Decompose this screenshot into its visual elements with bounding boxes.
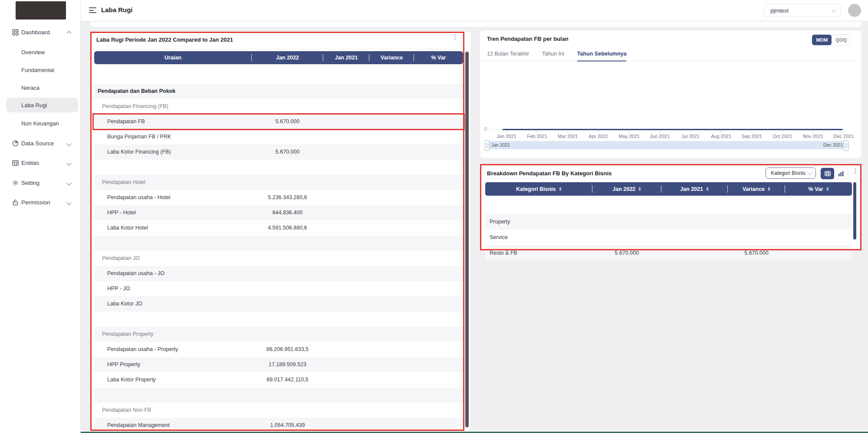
table-row-empty bbox=[94, 160, 463, 175]
data-source-icon bbox=[12, 140, 19, 147]
sidebar-item-entitas[interactable]: Entitas bbox=[0, 155, 80, 170]
column-header--var[interactable]: % Var bbox=[785, 182, 852, 196]
row-label: Pendapatan Property bbox=[102, 331, 153, 337]
x-axis-tick bbox=[813, 131, 813, 133]
row-label: Pendapatan usaha - Property bbox=[107, 346, 178, 352]
kebab-menu-icon[interactable]: ⋮ bbox=[452, 36, 458, 38]
column-header-label: Kategori Bisnis bbox=[516, 186, 556, 192]
breakdown-row-resto-fb: Resto & FB5.670.0005.670.000 bbox=[485, 245, 852, 261]
kebab-menu-icon[interactable]: ⋮ bbox=[852, 169, 858, 171]
vertical-scrollbar[interactable] bbox=[465, 52, 469, 427]
row-label: Laba Kotor Property bbox=[107, 377, 156, 383]
column-header-uraian: Uraian bbox=[94, 51, 252, 64]
column-header-jan-2021[interactable]: Jan 2021 bbox=[661, 182, 728, 196]
column-header-label: % Var bbox=[809, 186, 823, 192]
category-label: Resto & FB bbox=[490, 250, 517, 256]
breakdown-dimension-select[interactable]: Kategori Bisnis bbox=[766, 167, 816, 179]
x-axis-tick bbox=[690, 131, 691, 133]
slider-left-handle[interactable] bbox=[485, 140, 490, 151]
x-axis-label: May 2021 bbox=[614, 134, 644, 139]
x-axis-label: Feb 2021 bbox=[522, 134, 552, 139]
column-header-variance[interactable]: Variance bbox=[728, 182, 786, 196]
table-row-hpp-jo[interactable]: HPP - JO bbox=[94, 281, 463, 296]
row-label: Pendapatan Management bbox=[107, 422, 170, 428]
row-label: Laba Kotor Financing (FB) bbox=[107, 149, 171, 155]
menu-collapse-icon[interactable] bbox=[89, 7, 96, 13]
sort-icon[interactable] bbox=[768, 187, 770, 191]
breakdown-row-service: Service bbox=[485, 230, 852, 245]
x-axis-tick bbox=[783, 131, 783, 133]
entitas-icon bbox=[12, 159, 19, 166]
column-header-jan-2022[interactable]: Jan 2022 bbox=[592, 182, 661, 196]
slider-end-label: Dec 2021 bbox=[823, 142, 843, 148]
x-axis-label: Jun 2021 bbox=[644, 134, 675, 139]
sidebar-item-label: Setting bbox=[21, 180, 39, 186]
sort-icon[interactable] bbox=[706, 187, 709, 191]
row-label: Laba Kotor Hotel bbox=[107, 225, 148, 231]
chevron-down-icon bbox=[66, 141, 71, 146]
x-axis-label: Jan 2021 bbox=[491, 134, 522, 139]
date-range-slider[interactable]: Jan 2021 Dec 2021 bbox=[487, 141, 846, 149]
row-label: HPP - JO bbox=[107, 285, 130, 292]
toggle-qoq-button[interactable]: QOQ bbox=[832, 35, 851, 45]
select-value: Kategori Bisnis bbox=[771, 170, 806, 176]
sort-icon[interactable] bbox=[559, 187, 562, 191]
sort-icon[interactable] bbox=[638, 187, 641, 191]
sort-icon[interactable] bbox=[826, 187, 829, 191]
row-label: Pendapatan Financing (FB) bbox=[102, 103, 168, 109]
setting-icon bbox=[12, 179, 19, 186]
x-axis-label: Nov 2021 bbox=[798, 134, 828, 139]
table-row-pendapatan-dan-beban-pokok: Pendapatan dan Beban Pokok bbox=[94, 84, 463, 99]
sidebar-item-dashboard[interactable]: Dashboard bbox=[0, 25, 80, 39]
table-row-laba-kotor-jo[interactable]: Laba Kotor JO bbox=[94, 296, 463, 312]
sidebar-item-non-keuangan[interactable]: Non Keuangan bbox=[0, 116, 80, 131]
sidebar-item-overview[interactable]: Overview bbox=[0, 45, 80, 59]
vertical-scrollbar[interactable] bbox=[853, 182, 856, 239]
panel-title: Breakdown Pendapatan FB By Kategori Bisn… bbox=[487, 170, 612, 177]
sidebar-item-neraca[interactable]: Neraca bbox=[0, 80, 80, 95]
column-header-label: % Var bbox=[431, 55, 446, 61]
jan-2022-value: 5.670.000 bbox=[592, 250, 661, 256]
avatar[interactable] bbox=[848, 4, 861, 17]
table-row-pendapatan-usaha-hotel[interactable]: Pendapatan usaha - Hotel5.236.343.280,6 bbox=[94, 190, 463, 205]
series-line bbox=[503, 129, 843, 130]
row-label: HPP - Hotel bbox=[107, 210, 136, 216]
chevron-down-icon bbox=[807, 170, 812, 175]
sidebar-item-setting[interactable]: Setting bbox=[0, 175, 80, 190]
x-axis-label: Sep 2021 bbox=[736, 134, 767, 139]
sidebar-item-data-source[interactable]: Data Source bbox=[0, 136, 80, 151]
panel-title: Laba Rugi Periode Jan 2022 Compared to J… bbox=[96, 36, 233, 43]
table-row-bunga-pinjaman-fb-prk[interactable]: Bunga Pinjaman FB / PRK bbox=[94, 129, 463, 144]
table-row-pendapatan-financing-fb-: Pendapatan Financing (FB) bbox=[94, 99, 463, 114]
mom-qoq-toggle: MOMQOQ bbox=[812, 34, 851, 46]
table-row-pendapatan-hotel: Pendapatan Hotel bbox=[94, 175, 463, 190]
table-row-pendapatan-usaha-jo[interactable]: Pendapatan usaha - JO bbox=[94, 266, 463, 281]
column-header-kategori-bisnis[interactable]: Kategori Bisnis bbox=[485, 182, 592, 196]
chart-view-button[interactable] bbox=[834, 168, 848, 179]
sidebar-item-permission[interactable]: Permission bbox=[0, 195, 80, 210]
table-row-pendapatan-management[interactable]: Pendapatan Management1.054.705.439 bbox=[94, 418, 463, 433]
chevron-down-icon bbox=[66, 200, 71, 205]
table-row-hpp-property[interactable]: HPP Property17.189.509.523 bbox=[94, 357, 463, 372]
sidebar-item-laba-rugi[interactable]: Laba Rugi bbox=[0, 98, 80, 112]
category-label: Service bbox=[490, 234, 508, 240]
tab-tahun-ini[interactable]: Tahun Ini bbox=[542, 51, 564, 62]
user-select-value: pjmtest bbox=[770, 7, 789, 14]
table-row-pendapatan-fb[interactable]: Pendapatan FB5.670.000 bbox=[94, 114, 463, 129]
chevron-down-icon bbox=[831, 7, 836, 12]
tab-12-bulan-terakhir[interactable]: 12 Bulan Terakhir bbox=[487, 51, 529, 62]
table-row-hpp-hotel[interactable]: HPP - Hotel644.836.400 bbox=[94, 205, 463, 220]
table-row-pendapatan-usaha-property[interactable]: Pendapatan usaha - Property86.206.951.63… bbox=[94, 342, 463, 357]
toggle-mom-button[interactable]: MOM bbox=[812, 35, 832, 45]
table-view-button[interactable] bbox=[821, 168, 834, 179]
table-row-laba-kotor-financing-fb-[interactable]: Laba Kotor Financing (FB)5.670.000 bbox=[94, 144, 463, 160]
jan-2022-value: 5.670.000 bbox=[252, 149, 323, 155]
table-row-laba-kotor-property[interactable]: Laba Kotor Property69.017.442.110,5 bbox=[94, 372, 463, 387]
column-header--var: % Var bbox=[414, 51, 463, 64]
tab-tahun-sebelumnya[interactable]: Tahun Sebelumnya bbox=[577, 51, 627, 62]
table-row-laba-kotor-hotel[interactable]: Laba Kotor Hotel4.591.506.880,6 bbox=[94, 220, 463, 236]
app-logo bbox=[16, 1, 66, 20]
sidebar-item-fundamental[interactable]: Fundamental bbox=[0, 62, 80, 77]
user-select[interactable]: pjmtest bbox=[764, 4, 841, 17]
slider-right-handle[interactable] bbox=[844, 140, 848, 151]
